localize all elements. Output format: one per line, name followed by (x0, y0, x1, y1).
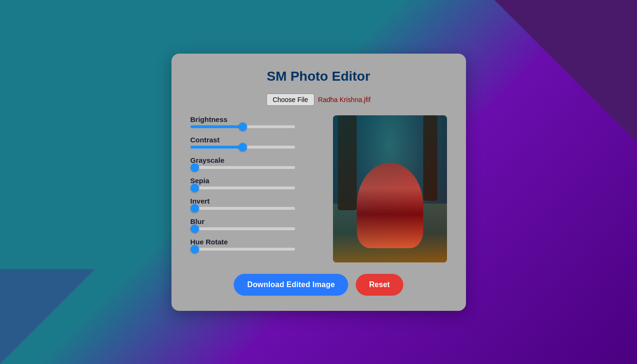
file-name-display: Radha Krishna.jfif (318, 96, 371, 103)
hue-rotate-slider[interactable] (190, 248, 295, 251)
app-title: SM Photo Editor (190, 69, 447, 84)
grayscale-slider[interactable] (190, 166, 295, 169)
grayscale-control: Grayscale (190, 156, 322, 169)
blur-slider[interactable] (190, 227, 295, 230)
invert-control: Invert (190, 197, 322, 210)
brightness-slider[interactable] (190, 125, 295, 128)
editor-card: SM Photo Editor Choose File Radha Krishn… (171, 54, 466, 311)
main-content: Brightness Contrast Grayscale Sepia Inve… (190, 115, 447, 262)
photo-overlay (333, 115, 447, 262)
download-button[interactable]: Download Edited Image (234, 274, 348, 296)
photo-scene (333, 115, 447, 262)
contrast-slider[interactable] (190, 146, 295, 149)
image-preview (333, 115, 447, 262)
controls-panel: Brightness Contrast Grayscale Sepia Inve… (190, 115, 322, 251)
hue-rotate-control: Hue Rotate (190, 238, 322, 251)
invert-slider[interactable] (190, 207, 295, 210)
buttons-row: Download Edited Image Reset (190, 274, 447, 296)
contrast-control: Contrast (190, 136, 322, 149)
sepia-control: Sepia (190, 177, 322, 189)
reset-button[interactable]: Reset (356, 274, 403, 296)
brightness-control: Brightness (190, 115, 322, 128)
blur-control: Blur (190, 217, 322, 230)
sepia-slider[interactable] (190, 187, 295, 189)
file-input-row: Choose File Radha Krishna.jfif (190, 93, 447, 106)
choose-file-button[interactable]: Choose File (266, 93, 314, 106)
